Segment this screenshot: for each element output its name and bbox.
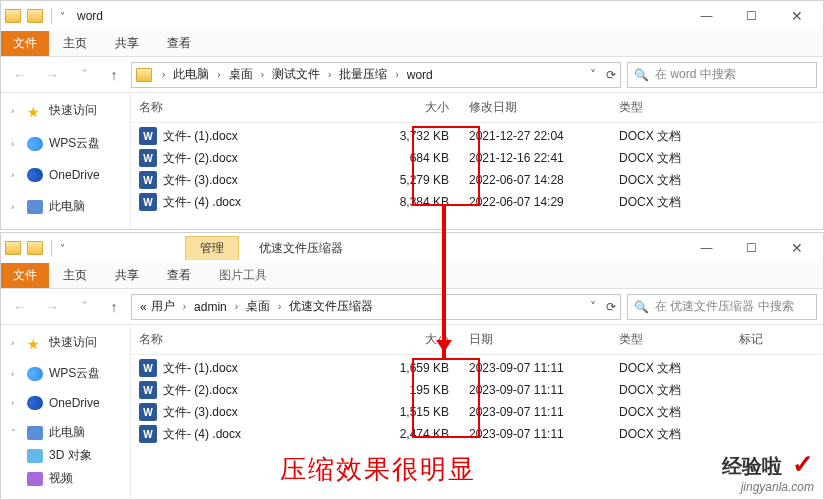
crumb-item[interactable]: 优速文件压缩器 (289, 298, 373, 315)
up-button[interactable]: ↑ (103, 67, 125, 83)
maximize-button[interactable]: ☐ (729, 234, 774, 263)
menu-bar: 文件 主页 共享 查看 (1, 31, 823, 57)
breadcrumb[interactable]: « 用户 › admin › 桌面 › 优速文件压缩器 (136, 298, 373, 315)
view-tab[interactable]: 查看 (153, 31, 205, 56)
header-mark[interactable]: 标记 (739, 331, 799, 348)
crumb-item[interactable]: 测试文件 (272, 66, 320, 83)
breadcrumb[interactable]: › 此电脑 › 桌面 › 测试文件 › 批量压缩 › word (158, 66, 433, 83)
close-button[interactable]: ✕ (774, 234, 819, 263)
forward-button[interactable]: → (39, 62, 65, 88)
sidebar-item-onedrive[interactable]: › OneDrive (1, 393, 130, 413)
folder-icon (27, 9, 43, 23)
sidebar-item-label: 视频 (49, 470, 73, 487)
sidebar-item-wps-cloud[interactable]: › WPS云盘 (1, 362, 130, 385)
search-input[interactable]: 🔍 在 word 中搜索 (627, 62, 817, 88)
address-dropdown-icon[interactable]: ˅ (590, 300, 596, 314)
maximize-button[interactable]: ☐ (729, 2, 774, 31)
folder-icon (136, 68, 152, 82)
file-row[interactable]: W文件- (1).docx3,732 KB2021-12-27 22:04DOC… (131, 125, 823, 147)
refresh-icon[interactable]: ⟳ (606, 300, 616, 314)
header-size[interactable]: 大小 (369, 331, 469, 348)
arrow-annotation (442, 206, 446, 358)
view-tab[interactable]: 查看 (153, 263, 205, 288)
minimize-button[interactable]: — (684, 2, 729, 31)
sidebar-item-3d-objects[interactable]: 3D 对象 (1, 444, 130, 467)
sidebar-item-onedrive[interactable]: › OneDrive (1, 165, 130, 185)
sidebar-item-videos[interactable]: 视频 (1, 467, 130, 490)
file-tab[interactable]: 文件 (1, 263, 49, 288)
sidebar-item-wps-cloud[interactable]: › WPS云盘 (1, 132, 130, 155)
file-name: 文件- (1).docx (163, 128, 238, 145)
file-tab[interactable]: 文件 (1, 31, 49, 56)
picture-tools-tab[interactable]: 图片工具 (205, 263, 281, 288)
home-tab[interactable]: 主页 (49, 263, 101, 288)
header-type[interactable]: 类型 (619, 99, 739, 116)
cloud-icon (27, 168, 43, 182)
sidebar-item-this-pc[interactable]: ˅ 此电脑 (1, 421, 130, 444)
close-button[interactable]: ✕ (774, 2, 819, 31)
sidebar-item-label: OneDrive (49, 396, 100, 410)
header-size[interactable]: 大小 (369, 99, 469, 116)
file-date: 2023-09-07 11:11 (469, 405, 619, 419)
file-row[interactable]: W文件- (2).docx195 KB2023-09-07 11:11DOCX … (131, 379, 823, 401)
sidebar-item-label: 此电脑 (49, 198, 85, 215)
crumb-item[interactable]: 此电脑 (173, 66, 209, 83)
file-date: 2021-12-16 22:41 (469, 151, 619, 165)
refresh-icon[interactable]: ⟳ (606, 68, 616, 82)
file-row[interactable]: W文件- (1).docx1,659 KB2023-09-07 11:11DOC… (131, 357, 823, 379)
address-bar[interactable]: › 此电脑 › 桌面 › 测试文件 › 批量压缩 › word ˅ ⟳ (131, 62, 621, 88)
sidebar-item-quick-access[interactable]: › ★ 快速访问 (1, 99, 130, 122)
word-file-icon: W (139, 149, 157, 167)
sidebar-item-quick-access[interactable]: › ★ 快速访问 (1, 331, 130, 354)
file-row[interactable]: W文件- (2).docx684 KB2021-12-16 22:41DOCX … (131, 147, 823, 169)
header-name[interactable]: 名称 (139, 331, 369, 348)
share-tab[interactable]: 共享 (101, 31, 153, 56)
file-size: 195 KB (369, 383, 469, 397)
back-button[interactable]: ← (7, 62, 33, 88)
crumb-item[interactable]: word (407, 68, 433, 82)
crumb-item[interactable]: 批量压缩 (339, 66, 387, 83)
file-row[interactable]: W文件- (4) .docx2,474 KB2023-09-07 11:11DO… (131, 423, 823, 445)
crumb-item[interactable]: 用户 (151, 298, 175, 315)
up-button[interactable]: ↑ (103, 299, 125, 315)
back-button[interactable]: ← (7, 294, 33, 320)
header-type[interactable]: 类型 (619, 331, 739, 348)
home-tab[interactable]: 主页 (49, 31, 101, 56)
file-type: DOCX 文档 (619, 128, 739, 145)
sidebar-item-this-pc[interactable]: › 此电脑 (1, 195, 130, 218)
file-date: 2023-09-07 11:11 (469, 383, 619, 397)
forward-button[interactable]: → (39, 294, 65, 320)
history-dropdown-icon[interactable]: ˅ (71, 294, 97, 320)
crumb-item[interactable]: admin (194, 300, 227, 314)
address-dropdown-icon[interactable]: ˅ (590, 68, 596, 82)
qat-dropdown-icon[interactable]: ˅ (60, 11, 65, 22)
search-input[interactable]: 🔍 在 优速文件压缩器 中搜索 (627, 294, 817, 320)
sidebar-item-label: 3D 对象 (49, 447, 92, 464)
chevron-right-icon: › (183, 301, 186, 312)
window-title: 优速文件压缩器 (259, 236, 343, 260)
header-date[interactable]: 日期 (469, 331, 619, 348)
cloud-icon (27, 137, 43, 151)
file-row[interactable]: W文件- (3).docx5,279 KB2022-06-07 14:28DOC… (131, 169, 823, 191)
header-modified[interactable]: 修改日期 (469, 99, 619, 116)
file-size: 1,659 KB (369, 361, 469, 375)
search-placeholder: 在 优速文件压缩器 中搜索 (655, 298, 794, 315)
share-tab[interactable]: 共享 (101, 263, 153, 288)
ribbon-context-manage[interactable]: 管理 (185, 236, 239, 260)
file-row[interactable]: W文件- (3).docx1,515 KB2023-09-07 11:11DOC… (131, 401, 823, 423)
file-name: 文件- (4) .docx (163, 194, 241, 211)
pc-icon (27, 200, 43, 214)
header-name[interactable]: 名称 (139, 99, 369, 116)
chevron-right-icon: › (278, 301, 281, 312)
crumb-item[interactable]: 桌面 (246, 298, 270, 315)
minimize-button[interactable]: — (684, 234, 729, 263)
navigation-pane: › ★ 快速访问 › WPS云盘 › OneDrive ˅ 此电脑 (1, 325, 131, 499)
chevron-right-icon: › (395, 69, 398, 80)
history-dropdown-icon[interactable]: ˅ (71, 62, 97, 88)
qat-dropdown-icon[interactable]: ˅ (60, 243, 65, 254)
file-size: 684 KB (369, 151, 469, 165)
crumb-item[interactable]: 桌面 (229, 66, 253, 83)
address-bar[interactable]: « 用户 › admin › 桌面 › 优速文件压缩器 ˅ ⟳ (131, 294, 621, 320)
address-bar-row: ← → ˅ ↑ « 用户 › admin › 桌面 › 优速文件压缩器 ˅ ⟳ … (1, 289, 823, 325)
file-row[interactable]: W文件- (4) .docx8,384 KB2022-06-07 14:29DO… (131, 191, 823, 213)
